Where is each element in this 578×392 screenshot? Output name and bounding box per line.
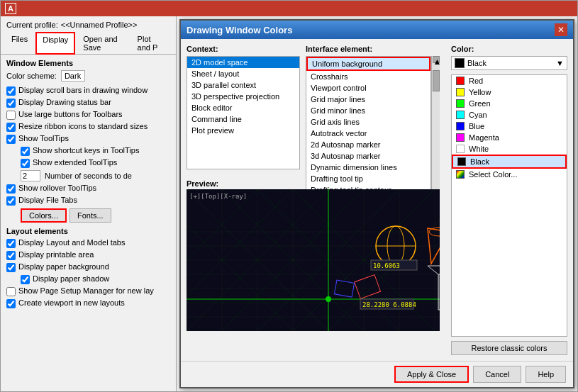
interface-item-dynlines[interactable]: Dynamic dimension lines: [306, 162, 430, 173]
scrollbar-thumb[interactable]: [433, 70, 440, 91]
lc-printable-input[interactable]: [6, 251, 16, 260]
color-item-blue[interactable]: Blue: [452, 121, 567, 132]
profile-row: Current profile: <<Unnamed Profile>>: [1, 16, 176, 32]
color-scheme-label: Color scheme:: [6, 72, 57, 80]
color-item-black[interactable]: Black: [452, 155, 567, 169]
select-color-swatch: [456, 170, 465, 179]
blue-swatch: [456, 122, 465, 130]
cb-resize-ribbon: Resize ribbon icons to standard sizes: [6, 122, 170, 132]
interface-item-gridaxis[interactable]: Grid axis lines: [306, 116, 430, 128]
cb-extended-tooltips-input[interactable]: [21, 159, 30, 168]
lc-paper-bg-input[interactable]: [6, 263, 16, 272]
profile-label: Current profile:: [6, 21, 58, 29]
color-dropdown[interactable]: Black ▼: [451, 56, 567, 70]
cb-show-tooltips-label: Show ToolTips: [18, 134, 69, 142]
interface-item-snap3d[interactable]: 3d Autosnap marker: [306, 150, 430, 162]
cb-file-tabs: Display File Tabs: [6, 196, 170, 206]
color-item-green[interactable]: Green: [452, 98, 567, 109]
bottom-section: Preview:: [187, 175, 440, 355]
lc-create-viewport-label: Create viewport in new layouts: [18, 298, 125, 307]
cb-shortcut-keys-label: Show shortcut keys in ToolTips: [33, 146, 139, 155]
apply-close-button[interactable]: Apply & Close: [394, 366, 469, 383]
context-item-sheet[interactable]: Sheet / layout: [187, 68, 299, 79]
tab-open-save[interactable]: Open and Save: [77, 32, 129, 54]
context-item-2d[interactable]: 2D model space: [187, 57, 299, 68]
left-content: Window Elements Color scheme: Dark Light…: [1, 55, 176, 391]
interface-header: Interface element:: [306, 45, 440, 53]
cb-file-tabs-input[interactable]: [6, 196, 16, 206]
interface-item-crosshairs[interactable]: Crosshairs: [306, 71, 430, 82]
cancel-button[interactable]: Cancel: [473, 366, 521, 383]
cb-display-scroll: Display scroll bars in drawing window: [6, 86, 170, 96]
fonts-button[interactable]: Fonts...: [70, 208, 111, 223]
preview-area: 10.6063 28.2280 6.0884 [+][Top][X-ray]: [187, 189, 440, 331]
svg-text:28.2280  6.0884: 28.2280 6.0884: [362, 301, 416, 308]
interface-item-snap2d[interactable]: 2d Autosnap marker: [306, 139, 430, 150]
tab-plot[interactable]: Plot and P: [131, 32, 170, 54]
cb-rollover-input[interactable]: [6, 184, 16, 194]
color-item-white[interactable]: White: [452, 143, 567, 155]
blue-label: Blue: [469, 122, 484, 130]
black-swatch: [457, 157, 466, 166]
cb-drawing-status-label: Display Drawing status bar: [18, 98, 111, 106]
context-item-3dpar[interactable]: 3D parallel context: [187, 79, 299, 91]
dialog-title: Drawing Window Colors: [187, 25, 292, 35]
lc-layout-model-input[interactable]: [6, 239, 16, 248]
lc-create-viewport-input[interactable]: [6, 299, 16, 308]
cb-drawing-status-input[interactable]: [6, 99, 16, 108]
color-scheme-select[interactable]: Dark Light: [61, 70, 85, 82]
lc-printable-label: Display printable area: [18, 250, 94, 259]
cb-large-buttons-label: Use large buttons for Toolbars: [18, 110, 123, 118]
color-item-magenta[interactable]: Magenta: [452, 132, 567, 143]
green-swatch: [456, 99, 465, 108]
number-seconds-input[interactable]: [21, 170, 40, 181]
context-header: Context:: [187, 45, 300, 53]
color-panel-label: Color:: [451, 45, 567, 53]
lc-paper-shadow-input[interactable]: [21, 275, 30, 284]
color-panel: Color: Black ▼ Red: [445, 39, 573, 361]
interface-item-tip[interactable]: Drafting tool tip: [306, 173, 430, 184]
cb-shortcut-keys: Show shortcut keys in ToolTips: [6, 146, 170, 156]
main-window: A Current profile: <<Unnamed Profile>> F…: [0, 0, 578, 392]
cb-display-scroll-input[interactable]: [6, 86, 16, 96]
cb-show-tooltips-input[interactable]: [6, 135, 16, 144]
restore-classic-button[interactable]: Restore classic colors: [451, 341, 567, 355]
color-item-yellow[interactable]: Yellow: [452, 86, 567, 98]
red-label: Red: [469, 77, 483, 85]
color-item-select[interactable]: Select Color...: [452, 169, 567, 180]
color-dropdown-text: Black: [467, 59, 487, 67]
dialog-titlebar: Drawing Window Colors ✕: [181, 21, 573, 39]
tabs-row: Files Display Open and Save Plot and P: [1, 32, 176, 55]
tab-display[interactable]: Display: [35, 32, 75, 55]
help-button[interactable]: Help: [526, 366, 566, 383]
context-item-plot[interactable]: Plot preview: [187, 125, 299, 136]
color-item-cyan[interactable]: Cyan: [452, 109, 567, 121]
window-elements-title: Window Elements: [6, 59, 170, 67]
context-item-3dpersp[interactable]: 3D perspective projection: [187, 91, 299, 102]
interface-item-gridminor[interactable]: Grid minor lines: [306, 105, 430, 116]
cb-shortcut-keys-input[interactable]: [21, 147, 30, 156]
lc-paper-bg-label: Display paper background: [18, 262, 109, 271]
interface-item-viewport[interactable]: Viewport control: [306, 82, 430, 94]
interface-item-autotrack[interactable]: Autotrack vector: [306, 128, 430, 139]
color-dropdown-value-row: Black: [455, 58, 487, 68]
svg-point-30: [326, 296, 331, 302]
magenta-swatch: [456, 133, 465, 142]
drawing-colors-dialog: Drawing Window Colors ✕ Context: 2D mode…: [179, 19, 574, 388]
lc-page-setup-input[interactable]: [6, 287, 16, 296]
interface-item-gridmajor[interactable]: Grid major lines: [306, 94, 430, 105]
color-item-red[interactable]: Red: [452, 75, 567, 86]
lc-page-setup-label: Show Page Setup Manager for new lay: [18, 286, 154, 295]
color-scheme-select-wrapper: Dark Light: [61, 70, 85, 82]
color-list: Red Yellow Green Cyan: [451, 74, 567, 337]
cb-resize-ribbon-input[interactable]: [6, 123, 16, 132]
context-item-block[interactable]: Block editor: [187, 102, 299, 113]
context-item-cmd[interactable]: Command line: [187, 113, 299, 125]
red-swatch: [456, 77, 465, 85]
dialog-close-button[interactable]: ✕: [555, 23, 567, 36]
colors-button[interactable]: Colors...: [21, 208, 67, 223]
profile-value: <<Unnamed Profile>>: [61, 21, 138, 29]
cb-large-buttons-input[interactable]: [6, 111, 16, 120]
tab-files[interactable]: Files: [5, 32, 34, 54]
interface-item-uniform[interactable]: Uniform background: [306, 57, 430, 71]
